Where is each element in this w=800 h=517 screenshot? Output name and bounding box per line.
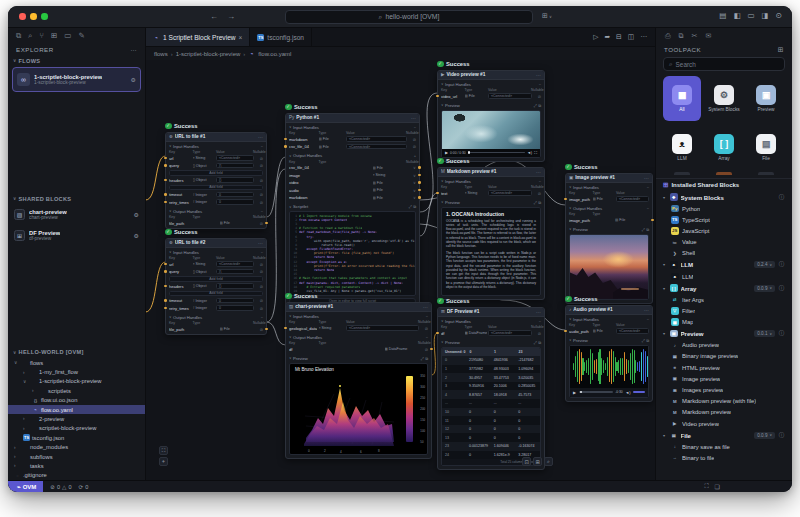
chevron-down-icon[interactable]: ∨ xyxy=(408,180,416,185)
problems-status[interactable]: ⊘0 △0 xyxy=(50,484,71,490)
node-header[interactable]: PyPython #1⋯ xyxy=(286,114,419,123)
nullable-toggle[interactable]: ⊘ xyxy=(255,192,263,197)
nullable-toggle[interactable]: ⊘ xyxy=(255,306,263,311)
gear-icon[interactable]: ⚙ xyxy=(134,211,139,218)
node-header[interactable]: ⊕URL to file #2⋯ xyxy=(166,239,266,248)
output-handle-row[interactable]: image ≡String ∨ xyxy=(289,172,416,178)
file-tree-row[interactable]: › tasks xyxy=(8,461,145,470)
breadcrumb-item[interactable]: flow.oo.yaml xyxy=(258,51,291,57)
maximize-window-button[interactable] xyxy=(41,13,48,20)
search-icon[interactable]: ⌕ xyxy=(28,31,32,41)
caret-icon[interactable]: ∨ xyxy=(289,125,291,129)
info-icon[interactable]: ⓘ xyxy=(778,285,785,292)
close-tab-icon[interactable]: × xyxy=(239,34,243,41)
custom-layout-icon[interactable]: ▤ xyxy=(719,11,726,20)
collapse-icon[interactable]: − xyxy=(647,185,649,190)
input-handle-row[interactable]: retry_times #Integer 0 ⊘ xyxy=(169,305,263,311)
chevron-down-icon[interactable]: ∨ xyxy=(408,173,416,178)
split-editor-icon[interactable]: ◫ xyxy=(628,33,634,41)
fullscreen-icon[interactable]: ⛶ xyxy=(534,150,537,155)
caret-icon[interactable]: ∨ xyxy=(169,209,171,213)
volume-slider[interactable] xyxy=(633,391,645,392)
input-handle-row[interactable]: headers {}Object {} ⊘ xyxy=(169,283,263,289)
expand-icon[interactable]: ⛶ xyxy=(704,483,708,490)
dataframe-preview[interactable]: Unnamed: 00123 0 2195080 4841936 -214768… xyxy=(441,347,541,467)
chevron-down-icon[interactable]: ▾ xyxy=(663,433,667,438)
node-df-preview-1[interactable]: ✓Success ⊞DF Preview #1⋯ ∨Input Handles−… xyxy=(437,297,545,470)
collapse-icon[interactable]: − xyxy=(414,125,416,130)
handle-value-input[interactable]: <Connected> xyxy=(488,190,532,196)
file-tree-row[interactable]: TS tsconfig.json xyxy=(8,433,145,442)
play-icon[interactable]: ▶ xyxy=(573,390,576,395)
handle-value-input[interactable]: 0 xyxy=(216,305,254,311)
caret-icon[interactable]: ∨ xyxy=(169,144,171,148)
caret-icon[interactable]: ∨ xyxy=(569,227,571,231)
chevron-down-icon[interactable]: ∨ xyxy=(13,58,17,63)
breadcrumb-item[interactable]: flows xyxy=(154,51,168,57)
edit-icon[interactable]: ✎ xyxy=(78,31,84,40)
nullable-toggle[interactable]: ⊘ xyxy=(533,94,541,99)
block-group-row[interactable]: ▾ ▤ File 0.0.9∨ ⓘ xyxy=(656,429,792,441)
expand-icon[interactable]: ⤢ ⧉ xyxy=(421,356,428,361)
output-handle-row[interactable]: df ▦DataFrame ⊘ xyxy=(289,346,428,352)
minimize-window-button[interactable] xyxy=(30,13,37,20)
node-python-1[interactable]: ✓Success PyPython #1⋯ ∨Input Handles− Ke… xyxy=(285,103,420,307)
flow-item-scriptlet-block-preview[interactable]: ∞ 1-scriptlet-block-preview 1-scriptlet-… xyxy=(12,67,141,92)
block-item[interactable]: ▽ Filter xyxy=(656,305,792,316)
nullable-toggle[interactable]: ⊘ xyxy=(255,298,263,303)
block-group-row[interactable]: ▾ ▣ Preview 0.0.1∨ ⓘ xyxy=(656,328,792,340)
nullable-toggle[interactable]: ⊘ xyxy=(255,262,263,267)
gear-icon[interactable]: ⚙ xyxy=(134,232,139,239)
output-handle-row[interactable]: csv_file_04 ▤File ∨ xyxy=(289,165,416,171)
handle-value-input[interactable]: {} xyxy=(216,177,254,183)
grid-toggle-icon[interactable]: ⊞ xyxy=(533,457,542,466)
block-item[interactable]: → Binary to file xyxy=(656,452,792,463)
info-icon[interactable]: ⓘ xyxy=(778,432,785,439)
add-field-button[interactable]: Add field xyxy=(169,170,263,176)
expand-icon[interactable]: ⤢ ⧉ xyxy=(534,103,541,108)
handle-value-input[interactable]: {} xyxy=(216,163,254,169)
volume-icon[interactable]: ◄) xyxy=(625,390,630,395)
handle-value-input[interactable]: <Connected> xyxy=(616,196,649,202)
shared-block-item[interactable]: ⊞ DF Preview df-preview ⚙ xyxy=(8,225,145,246)
handle-value-input[interactable]: <Connected> xyxy=(346,144,407,150)
info-icon[interactable]: ⓘ xyxy=(778,330,785,337)
input-handle-row[interactable]: text ≡String <Connected> ⊘ xyxy=(441,190,541,196)
back-icon[interactable]: ← xyxy=(210,12,218,21)
version-select[interactable]: 0.0.1∨ xyxy=(754,330,775,337)
block-group-row[interactable]: ▾ ❖ System Blocks ∨ ⓘ xyxy=(656,191,792,203)
node-more-icon[interactable]: ⋯ xyxy=(258,134,263,140)
caret-icon[interactable]: ∨ xyxy=(441,319,443,323)
node-chart-preview-1[interactable]: ✓Success ▨chart-preview #1⋯ ∨Input Handl… xyxy=(285,292,432,459)
node-header[interactable]: ⊞DF Preview #1⋯ xyxy=(438,308,544,317)
collapse-icon[interactable]: − xyxy=(426,314,428,319)
add-field-button[interactable]: Add field xyxy=(169,291,263,297)
block-item[interactable]: JS JavaScript xyxy=(656,225,792,236)
block-item[interactable]: M Markdown preview (with file) xyxy=(656,396,792,407)
node-header[interactable]: ▣Image preview #1⋯ xyxy=(566,174,652,183)
chevron-down-icon[interactable]: ▾ xyxy=(663,262,667,267)
caret-icon[interactable]: ∨ xyxy=(289,154,291,158)
block-item[interactable]: ↓ Binary save as file xyxy=(656,441,792,452)
copy-icon[interactable]: ⧉ xyxy=(679,32,684,40)
output-handle-row[interactable]: file_path ▤File ⊘ xyxy=(169,220,263,226)
file-tree-row[interactable]: ∨ 1-scriptlet-block-preview xyxy=(8,377,145,386)
nullable-toggle[interactable]: ⊘ xyxy=(255,221,263,226)
block-item[interactable]: TS TypeScript xyxy=(656,214,792,225)
nullable-toggle[interactable]: ⊘ xyxy=(255,178,263,183)
caret-icon[interactable]: ∨ xyxy=(169,250,171,254)
toolpack-category[interactable]: [ ] Array xyxy=(705,125,743,170)
panel-bottom-icon[interactable]: ▭ xyxy=(748,11,755,20)
shared-block-item[interactable]: ▨ chart-preview chart-preview ⚙ xyxy=(8,204,145,225)
caret-icon[interactable]: ∨ xyxy=(289,314,291,318)
node-more-icon[interactable]: ⋯ xyxy=(423,304,428,310)
package-icon[interactable]: ▭ xyxy=(64,31,71,40)
chevron-down-icon[interactable]: ∨ xyxy=(408,188,416,193)
output-handle-row[interactable]: audio ▤File ∨ xyxy=(289,187,416,193)
collapse-icon[interactable]: − xyxy=(647,206,649,211)
sidebar-right-icon[interactable]: ◨ xyxy=(762,11,769,20)
block-item[interactable]: M Markdown preview xyxy=(656,407,792,418)
chevron-down-icon[interactable]: ∨ xyxy=(408,195,416,200)
nullable-toggle[interactable]: ⊘ xyxy=(255,200,263,205)
block-item[interactable]: ♪ Audio preview xyxy=(656,340,792,351)
